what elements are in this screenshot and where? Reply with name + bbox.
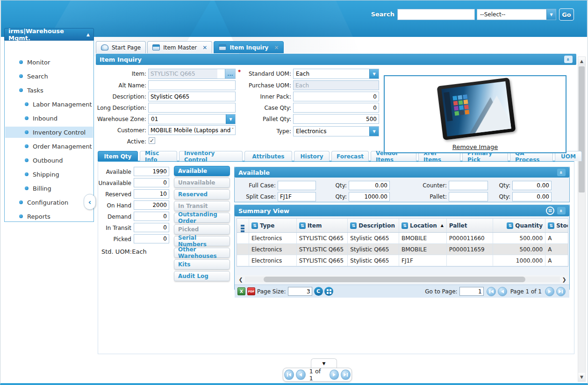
last-page-button[interactable]	[556, 287, 566, 296]
pallet-qty-input[interactable]	[293, 114, 379, 124]
inner-pack-input[interactable]	[293, 92, 379, 101]
menu-icon[interactable]: ≡	[546, 207, 554, 215]
grid-view-icon[interactable]	[324, 287, 333, 296]
chevron-down-icon[interactable]: ▼	[369, 127, 379, 136]
tab-start-page[interactable]: Start Page	[96, 41, 146, 53]
global-search-select[interactable]: --Select-- ▼	[477, 9, 556, 20]
button-kits[interactable]: Kits	[174, 259, 230, 270]
grip-icon[interactable]	[237, 219, 249, 232]
lookup-ellipsis-button[interactable]: ...	[225, 69, 235, 78]
tab-attributes[interactable]: Attributes	[244, 151, 292, 161]
sidebar-item-configuration[interactable]: Configuration	[5, 197, 93, 208]
next-record-button[interactable]	[330, 370, 339, 380]
column-stock[interactable]: ⇅Stock	[545, 219, 568, 232]
sidebar-header[interactable]: irms|Warehouse Mgmt. ▲	[4, 28, 94, 41]
scroll-right-icon[interactable]: ❯	[560, 277, 568, 283]
refresh-icon[interactable]: C	[314, 287, 323, 296]
sidebar-item-inventory-control[interactable]: Inventory Control	[5, 127, 93, 138]
tab-inventory-control[interactable]: Inventory Control	[179, 151, 243, 161]
column-pallet[interactable]: Pallet	[447, 219, 494, 232]
scroll-up-icon[interactable]: ▲	[578, 57, 585, 65]
goto-page-input[interactable]	[459, 287, 484, 296]
vertical-scrollbar[interactable]: ▲ ▼	[578, 57, 586, 382]
collapse-panel-button[interactable]: «	[557, 207, 566, 214]
button-serial-numbers[interactable]: Serial Numbers	[174, 236, 230, 246]
sidebar-collapse-button[interactable]: ‹	[84, 194, 96, 210]
chevron-down-icon[interactable]: ▼	[369, 69, 379, 78]
go-button[interactable]: Go	[559, 8, 574, 21]
description-input[interactable]	[148, 92, 236, 101]
tab-forecast[interactable]: Forecast	[331, 151, 369, 161]
tab-misc-info[interactable]: Misc Info	[140, 151, 177, 161]
qty-input[interactable]	[512, 192, 552, 201]
first-record-button[interactable]	[284, 370, 294, 380]
prev-record-button[interactable]	[296, 370, 306, 380]
next-page-button[interactable]	[545, 287, 554, 296]
sidebar-item-billing[interactable]: Billing	[5, 183, 93, 194]
scroll-left-icon[interactable]: ❮	[237, 277, 245, 283]
button-other-warehouses[interactable]: Other Warehouses	[174, 248, 230, 258]
case-qty-input[interactable]	[293, 103, 379, 113]
alt-name-input[interactable]	[148, 80, 236, 90]
last-record-button[interactable]	[341, 370, 351, 380]
scroll-down-icon[interactable]: ▼	[578, 373, 585, 381]
pager-expand-tab[interactable]: ▼	[311, 358, 337, 368]
standard-uom-select[interactable]: Each ▼	[293, 69, 379, 79]
pallet-input[interactable]	[449, 192, 488, 201]
horizontal-scrollbar[interactable]: ❮ ❯	[237, 275, 568, 284]
split-case-input[interactable]	[278, 192, 316, 201]
sidebar-item-outbound[interactable]: Outbound	[5, 155, 93, 166]
customer-input[interactable]	[148, 125, 236, 135]
qty-input[interactable]	[349, 192, 390, 201]
export-excel-icon[interactable]: X	[237, 287, 245, 295]
warehouse-zone-select[interactable]: 01 ▼	[148, 114, 236, 124]
sidebar-item-monitor[interactable]: Monitor	[5, 57, 93, 68]
item-value[interactable]: STYLISTIC Q665	[149, 69, 217, 78]
sidebar-item-tasks[interactable]: Tasks	[5, 85, 93, 96]
qty-input[interactable]	[512, 181, 552, 190]
column-description[interactable]: ⇅Description	[348, 219, 399, 232]
sidebar-item-reports[interactable]: Reports	[5, 211, 93, 222]
tab-item-qty[interactable]: Item Qty	[98, 151, 138, 161]
table-row[interactable]: Electronics STYLISTIC Q665 Stylistic Q66…	[237, 244, 568, 255]
collapse-panel-button[interactable]: «	[557, 169, 566, 176]
tab-item-inquiry[interactable]: Item Inquiry ✕	[214, 41, 284, 53]
button-reserved[interactable]: Reserved	[174, 189, 230, 200]
first-page-button[interactable]	[487, 287, 496, 296]
table-row[interactable]: Electronics STYLISTIC Q665 Stylistic Q66…	[237, 233, 568, 244]
column-location[interactable]: ⇅Location▲	[399, 219, 447, 232]
counter-input[interactable]	[449, 181, 488, 190]
button-audit-log[interactable]: Audit Log	[174, 271, 230, 281]
type-select[interactable]: Electronics ▼	[293, 126, 379, 136]
scrollbar-thumb[interactable]	[264, 277, 525, 282]
tab-history[interactable]: History	[294, 151, 330, 161]
page-size-input[interactable]	[288, 287, 312, 296]
full-case-input[interactable]	[278, 181, 316, 190]
long-description-input[interactable]	[148, 103, 236, 113]
global-search-input[interactable]	[397, 9, 475, 20]
chevron-down-icon[interactable]: ▼	[546, 9, 556, 20]
column-quantity[interactable]: ⇅Quantity	[493, 219, 545, 232]
tab-item-master[interactable]: Item Master ✕	[147, 41, 212, 53]
button-available[interactable]: Available	[174, 166, 230, 176]
sidebar-item-search[interactable]: Search	[5, 71, 93, 82]
sidebar-item-shipping[interactable]: Shipping	[5, 169, 93, 180]
column-type[interactable]: ⇅Type	[249, 219, 297, 232]
collapse-up-icon[interactable]: ▲	[86, 32, 90, 37]
table-row[interactable]: Electronics STYLISTIC Q665 Stylistic Q66…	[237, 255, 568, 266]
collapse-panel-button[interactable]: «	[564, 56, 573, 63]
prev-page-button[interactable]	[498, 287, 507, 296]
active-checkbox[interactable]: ✓	[149, 137, 155, 144]
chevron-down-icon[interactable]: ▼	[226, 114, 235, 124]
sidebar-item-labor-management[interactable]: Labor Management	[5, 99, 93, 110]
close-icon[interactable]: ✕	[274, 44, 279, 51]
scrollbar-thumb[interactable]	[579, 66, 585, 192]
button-outstanding-order[interactable]: Outstanding Order	[174, 213, 230, 223]
export-pdf-icon[interactable]: PDF	[247, 287, 255, 295]
close-icon[interactable]: ✕	[202, 44, 207, 51]
remove-image-link[interactable]: Remove Image	[385, 143, 566, 150]
column-item[interactable]: ⇅Item	[297, 219, 348, 232]
sidebar-item-order-management[interactable]: Order Management	[5, 141, 93, 152]
qty-input[interactable]	[349, 181, 390, 190]
sidebar-item-inbound[interactable]: Inbound	[5, 113, 93, 124]
